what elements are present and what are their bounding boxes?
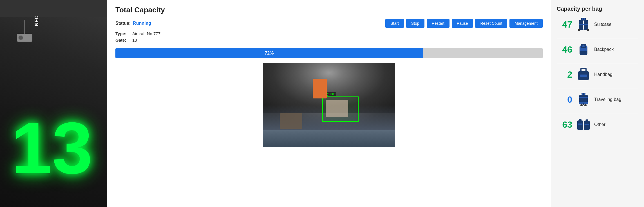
svg-rect-16 xyxy=(585,69,587,72)
camera-brand-label: NEC xyxy=(34,15,40,26)
svg-point-22 xyxy=(580,104,583,106)
type-label: Type: xyxy=(115,31,132,36)
svg-rect-25 xyxy=(582,93,583,95)
status-row: Status: Running Start Stop Restart Pause… xyxy=(115,19,543,28)
bag-item-travelbag: 0 Traveling bag xyxy=(557,93,638,106)
start-button[interactable]: Start xyxy=(385,19,404,28)
svg-point-23 xyxy=(584,104,587,106)
svg-rect-26 xyxy=(584,93,585,95)
progress-text: 72% xyxy=(265,51,274,56)
svg-rect-6 xyxy=(578,29,580,31)
svg-rect-5 xyxy=(579,24,588,25)
status-label: Status: xyxy=(115,21,131,26)
svg-rect-11 xyxy=(580,46,581,51)
camera-panel: NEC 13 xyxy=(0,0,107,207)
svg-rect-24 xyxy=(583,103,584,105)
svg-rect-27 xyxy=(577,120,583,130)
camera-arm xyxy=(24,20,25,34)
suitcase-label: Suitcase xyxy=(594,22,611,27)
divider-3 xyxy=(557,88,638,88)
luggage-left xyxy=(280,113,302,129)
suitcase-count: 47 xyxy=(557,19,572,30)
right-panel: Capacity per bag 47 Suitcase 46 xyxy=(551,0,644,207)
person-figure xyxy=(313,79,327,98)
handbag-count: 2 xyxy=(557,69,572,80)
bag-item-other: 63 Other xyxy=(557,118,638,131)
status-left: Status: Running xyxy=(115,21,151,26)
camera-body xyxy=(17,34,32,42)
camera-lens xyxy=(18,35,23,40)
backpack-label: Backpack xyxy=(594,47,614,52)
svg-rect-32 xyxy=(585,124,589,125)
svg-rect-19 xyxy=(579,95,588,103)
control-buttons: Start Stop Restart Pause Reset Count Man… xyxy=(385,19,543,28)
svg-rect-17 xyxy=(580,75,587,77)
svg-rect-21 xyxy=(579,97,588,98)
management-button[interactable]: Management xyxy=(509,19,543,28)
ceiling xyxy=(0,0,107,17)
camera-feed: bag: 0.89 xyxy=(263,63,395,147)
suitcase-icon xyxy=(577,18,590,31)
gate-label: Gate: xyxy=(115,38,132,42)
backpack-count: 46 xyxy=(557,44,572,55)
bag-item-handbag: 2 Handbag xyxy=(557,68,638,81)
detection-box: bag: 0.89 xyxy=(322,96,359,122)
divider-1 xyxy=(557,38,638,38)
divider-2 xyxy=(557,63,638,63)
type-value: Aircraft No.777 xyxy=(132,31,160,36)
handbag-label: Handbag xyxy=(594,72,612,77)
type-row: Type: Aircraft No.777 xyxy=(115,31,543,36)
travelbag-icon xyxy=(577,93,590,106)
handbag-icon xyxy=(577,68,590,81)
progress-container: 72% xyxy=(115,48,543,58)
status-value: Running xyxy=(133,21,151,26)
svg-rect-28 xyxy=(579,119,581,121)
gate-value: 13 xyxy=(132,38,137,42)
right-panel-title: Capacity per bag xyxy=(557,6,638,12)
travelbag-count: 0 xyxy=(557,94,572,105)
page-title: Total Capacity xyxy=(115,6,543,14)
other-count: 63 xyxy=(557,120,572,130)
camera-mount: NEC xyxy=(17,34,32,42)
pause-button[interactable]: Pause xyxy=(452,19,473,28)
bag-item-suitcase: 47 Suitcase xyxy=(557,18,638,31)
restart-button[interactable]: Restart xyxy=(427,19,450,28)
svg-rect-10 xyxy=(581,48,586,51)
svg-point-13 xyxy=(582,45,585,47)
reset-count-button[interactable]: Reset Count xyxy=(475,19,507,28)
main-panel: Total Capacity Status: Running Start Sto… xyxy=(107,0,551,207)
other-icon xyxy=(577,118,590,131)
travelbag-label: Traveling bag xyxy=(594,97,621,102)
gate-number-display: 13 xyxy=(11,111,93,184)
other-label: Other xyxy=(594,122,605,127)
svg-rect-2 xyxy=(582,18,583,20)
gate-row: Gate: 13 xyxy=(115,38,543,42)
svg-rect-15 xyxy=(580,69,582,72)
svg-rect-7 xyxy=(587,29,589,31)
backpack-icon xyxy=(577,43,590,56)
svg-rect-29 xyxy=(578,123,583,125)
luggage-item xyxy=(326,100,348,117)
svg-rect-3 xyxy=(584,18,585,20)
svg-rect-12 xyxy=(586,46,587,51)
divider-4 xyxy=(557,113,638,113)
svg-rect-30 xyxy=(584,121,590,130)
svg-rect-31 xyxy=(585,120,588,122)
bag-item-backpack: 46 Backpack xyxy=(557,43,638,56)
conveyor-belt xyxy=(263,130,395,147)
progress-bar: 72% xyxy=(115,48,423,58)
stop-button[interactable]: Stop xyxy=(406,19,424,28)
